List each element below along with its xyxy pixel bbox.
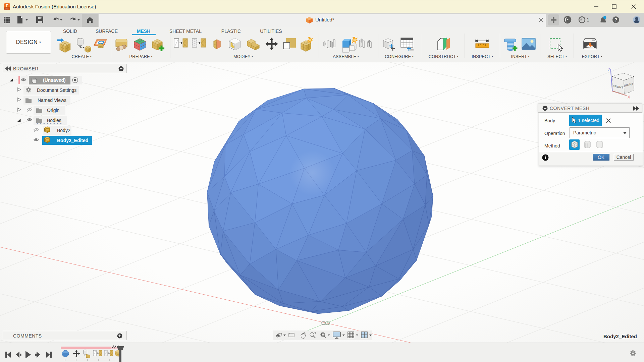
svg-text:Z: Z <box>608 67 610 72</box>
svg-text:?: ? <box>614 17 618 22</box>
svg-text:Body2: Body2 <box>57 128 70 133</box>
svg-text:1: 1 <box>587 17 589 22</box>
svg-text:Document Settings: Document Settings <box>37 87 76 93</box>
svg-text:F: F <box>6 4 8 8</box>
svg-text:FUS: FUS <box>6 8 9 10</box>
svg-text:X: X <box>628 95 630 100</box>
svg-text:Bodies: Bodies <box>47 118 61 123</box>
svg-text:Named Views: Named Views <box>38 98 66 103</box>
svg-text:(Unsaved): (Unsaved) <box>43 77 66 83</box>
svg-text:Body2_Edited: Body2_Edited <box>57 138 88 143</box>
svg-text:Origin: Origin <box>47 108 59 113</box>
